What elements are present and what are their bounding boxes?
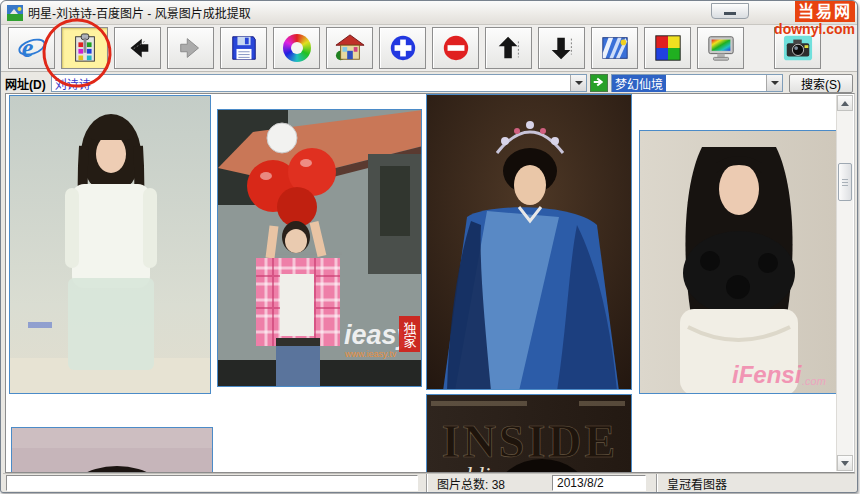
back-icon [123,33,153,63]
scroll-down-icon [841,461,849,466]
thumbnail-photo-1[interactable] [9,95,211,394]
toolbar-home-button[interactable] [326,27,373,69]
forward-icon [176,33,206,63]
toolbar-color-grid-button[interactable] [644,27,691,69]
keyword-dropdown-arrow-icon[interactable] [766,75,782,91]
toolbar-remove-button[interactable] [432,27,479,69]
window-title: 明星-刘诗诗-百度图片 - 风景图片成批提取 [28,4,251,21]
photo-2-watermark-badge: 独家 [402,322,417,348]
scroll-up-icon [841,101,849,106]
remove-icon [441,33,471,63]
scrollbar-grip-icon [842,179,848,186]
toolbar-move-up-button[interactable] [485,27,532,69]
go-button[interactable] [590,74,608,92]
magazine-subtitle: weddings [433,462,524,473]
minimize-button[interactable] [711,3,749,19]
toolbar-ie-browser-button[interactable]: e [8,27,55,69]
toolbar: e [1,24,857,72]
scrollbar-track[interactable] [837,111,853,455]
photo-4-watermark-suffix: .com [802,375,826,387]
app-icon [7,5,23,21]
move-up-icon [494,33,524,63]
photo-3-art [427,95,632,390]
toolbar-image-filter-button[interactable] [591,27,638,69]
caret-down-icon [575,81,583,85]
save-icon [229,33,259,63]
display-icon [706,33,736,63]
toolbar-add-button[interactable] [379,27,426,69]
status-date: 2013/8/2 [552,475,646,491]
camera-icon [783,33,813,63]
status-bar: 图片总数: 38 2013/8/2 皇冠看图器 [3,473,855,492]
scrollbar-thumb[interactable] [838,163,852,201]
image-grid: ieasy 独家 www.ieasy.tv [5,93,855,473]
color-grid-icon [653,33,683,63]
image-filter-icon [600,33,630,63]
toolbar-back-button[interactable] [114,27,161,69]
status-panel-empty [6,475,418,491]
url-label: 网址(D) [5,75,46,92]
go-arrow-icon [592,75,606,89]
toolbar-forward-button[interactable] [167,27,214,69]
photo-4-watermark-brand: iFensi [732,361,803,388]
thumbnail-photo-2[interactable]: ieasy 独家 www.ieasy.tv [217,109,422,387]
svg-text:e: e [21,34,33,63]
photo-2-watermark-url: www.ieasy.tv [344,349,397,359]
toolbar-batch-extract-button[interactable] [61,27,108,69]
photo-1-art [10,96,211,394]
toolbar-display-button[interactable] [697,27,744,69]
url-combobox[interactable]: 刘诗诗 [51,74,587,92]
add-icon [388,33,418,63]
toolbar-color-wheel-button[interactable] [273,27,320,69]
ie-browser-icon: e [17,33,47,63]
titlebar: 明星-刘诗诗-百度图片 - 风景图片成批提取 [1,1,857,24]
vertical-scrollbar[interactable] [836,95,853,471]
keyword-value[interactable]: 梦幻仙境 [612,75,666,92]
app-window: 明星-刘诗诗-百度图片 - 风景图片成批提取 当易网 downyl.com e [0,0,858,493]
status-image-count: 图片总数: 38 [426,474,544,492]
thumbnail-photo-5[interactable] [11,427,213,473]
toolbar-save-button[interactable] [220,27,267,69]
thumbnail-photo-3[interactable] [426,94,632,390]
photo-2-art: ieasy 独家 www.ieasy.tv [218,110,422,387]
caret-down-icon [771,81,779,85]
keyword-combobox[interactable]: 梦幻仙境 [611,74,783,92]
thumbnail-photo-4[interactable]: iFensi .com [639,130,837,394]
home-icon [335,33,365,63]
address-bar: 网址(D) 刘诗诗 梦幻仙境 搜索(S) [1,73,857,93]
photo-4-art: iFensi .com [640,131,837,394]
scroll-down-button[interactable] [837,455,853,471]
move-down-icon [547,33,577,63]
status-viewer-name: 皇冠看图器 [656,474,855,492]
photo-5-art [12,428,213,473]
magazine-masthead: INSIDE [442,416,619,467]
color-wheel-icon [283,34,311,62]
toolbar-move-down-button[interactable] [538,27,585,69]
url-dropdown-arrow-icon[interactable] [570,75,586,91]
scroll-up-button[interactable] [837,95,853,111]
minimize-icon [724,12,736,15]
batch-extract-icon [70,33,100,63]
thumbnail-photo-6[interactable]: INSIDE weddings [426,394,632,473]
toolbar-camera-button[interactable] [774,27,821,69]
url-value[interactable]: 刘诗诗 [52,75,570,92]
search-button[interactable]: 搜索(S) [789,74,853,93]
photo-6-art: INSIDE weddings [427,395,632,473]
